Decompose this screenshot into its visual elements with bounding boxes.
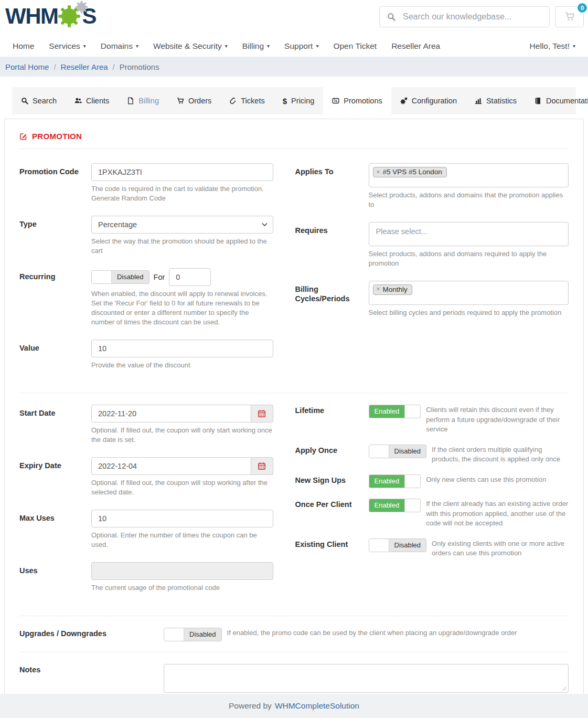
knowledgebase-search — [379, 6, 550, 27]
nav-item-home[interactable]: Home — [13, 41, 34, 51]
start-date-calendar-button[interactable] — [251, 405, 273, 423]
once-per-client-label: Once Per Client — [295, 499, 369, 528]
gears-icon — [400, 97, 408, 104]
search-icon — [21, 97, 28, 104]
existing-client-toggle[interactable]: Disabled — [369, 538, 427, 552]
toggle-knob — [369, 445, 389, 458]
lifetime-label: Lifetime — [295, 405, 369, 434]
value-help: Provide the value of the discount — [91, 361, 273, 370]
main-nav: Home Services▾ Domains▾ Website & Securi… — [0, 36, 588, 57]
chevron-down-icon: ▾ — [225, 44, 228, 49]
whmcompletesolution-link[interactable]: WHMCompleteSolution — [275, 701, 359, 711]
tab-tickets[interactable]: Tickets — [220, 87, 273, 114]
billing-cycles-multiselect[interactable]: × Monthly — [369, 281, 569, 305]
notes-textarea[interactable] — [164, 664, 569, 693]
promotion-panel: PROMOTION Promotion Code The code is req… — [4, 119, 584, 718]
promotion-code-help: The code is required in the cart to vali… — [91, 184, 273, 203]
expiry-date-row: Expiry Date Optional. If filled out, the… — [19, 457, 273, 497]
apply-once-toggle[interactable]: Disabled — [369, 445, 427, 458]
uses-label: Uses — [19, 562, 91, 593]
start-date-label: Start Date — [19, 405, 91, 445]
requires-placeholder: Please select... — [372, 225, 566, 238]
nav-item-domains[interactable]: Domains▾ — [101, 41, 138, 51]
expiry-date-calendar-button[interactable] — [251, 457, 273, 475]
once-per-client-toggle[interactable]: Enabled — [369, 499, 421, 512]
value-label: Value — [19, 340, 91, 370]
tab-billing[interactable]: Billing — [118, 87, 168, 114]
requires-help: Select products, addons and domains requ… — [369, 249, 569, 268]
remove-tag-icon[interactable]: × — [377, 169, 380, 175]
tab-search[interactable]: Search — [12, 87, 66, 114]
new-sign-ups-help: Only new clients can use this promotion — [426, 474, 569, 484]
search-input[interactable] — [402, 12, 542, 22]
upgrades-downgrades-help: If enabled, the promo code can be used b… — [227, 628, 569, 638]
cart-button[interactable]: 0 — [555, 6, 584, 27]
dollar-icon: $ — [283, 97, 287, 105]
tab-statistics[interactable]: Statistics — [466, 87, 526, 114]
lifetime-toggle[interactable]: Enabled — [369, 405, 421, 418]
breadcrumb-reseller-area[interactable]: Reseller Area — [61, 62, 108, 71]
once-per-client-row: Once Per Client Enabled If the client al… — [295, 499, 569, 528]
nav-item-open-ticket[interactable]: Open Ticket — [333, 41, 377, 51]
tab-clients[interactable]: Clients — [66, 87, 118, 114]
requires-label: Requires — [295, 222, 369, 268]
nav-item-billing[interactable]: Billing▾ — [242, 41, 270, 51]
recurring-label: Recurring — [19, 268, 91, 327]
new-sign-ups-toggle[interactable]: Enabled — [369, 474, 421, 488]
tab-orders[interactable]: Orders — [168, 87, 220, 114]
chevron-down-icon: ▾ — [573, 44, 575, 49]
cart-icon — [564, 11, 575, 22]
toggle-knob — [369, 539, 389, 552]
whmcs-logo[interactable]: WHM S — [5, 4, 96, 28]
nav-item-reseller-area[interactable]: Reseller Area — [391, 41, 440, 51]
recurring-toggle[interactable]: Disabled — [91, 270, 149, 284]
new-sign-ups-row: New Sign Ups Enabled Only new clients ca… — [295, 474, 569, 488]
powered-by-text: Powered by — [229, 701, 272, 711]
once-per-client-help: If the client already has an existing ac… — [426, 499, 569, 528]
users-icon — [74, 97, 82, 104]
footer: Powered by WHMCompleteSolution — [0, 694, 588, 718]
upgrades-downgrades-toggle[interactable]: Disabled — [164, 628, 222, 641]
header: WHM S 0 — [0, 0, 588, 36]
book-icon — [534, 97, 542, 104]
chevron-down-icon: ▾ — [267, 44, 270, 49]
tab-configuration[interactable]: Configuration — [391, 87, 466, 114]
expiry-date-input[interactable] — [91, 457, 251, 475]
promotion-code-input[interactable] — [91, 163, 273, 181]
applies-to-help: Select products, addons and domains that… — [369, 191, 569, 209]
apply-once-help: If the client orders multiple qualifying… — [432, 445, 569, 464]
tab-promotions[interactable]: Promotions — [323, 84, 391, 114]
logo-text-prefix: WHM — [5, 5, 58, 27]
applies-to-row: Applies To × #5 VPS #5 London Select pro… — [295, 163, 569, 209]
type-help: Select the way that the promotion should… — [91, 237, 273, 256]
value-input[interactable] — [91, 340, 273, 357]
applies-to-tag: × #5 VPS #5 London — [373, 167, 447, 177]
page-title: PROMOTION — [19, 132, 573, 141]
resize-handle-icon[interactable] — [562, 686, 566, 691]
start-date-input[interactable] — [91, 405, 251, 423]
start-date-help: Optional. If filled out, the coupon will… — [91, 426, 273, 445]
uses-input — [91, 562, 273, 580]
max-uses-input[interactable] — [91, 510, 273, 527]
apply-once-row: Apply Once Disabled If the client orders… — [295, 445, 569, 464]
applies-to-multiselect[interactable]: × #5 VPS #5 London — [369, 163, 569, 187]
type-select[interactable]: Percentage — [91, 216, 273, 234]
bar-chart-icon — [475, 97, 482, 104]
recur-for-input[interactable] — [169, 268, 211, 286]
billing-cycles-row: Billing Cycles/Periods × Monthly Select … — [295, 281, 569, 318]
remove-tag-icon[interactable]: × — [377, 286, 380, 292]
tab-pricing[interactable]: $ Pricing — [274, 87, 324, 114]
calendar-icon — [258, 409, 266, 418]
breadcrumb: Portal Home / Reseller Area / Promotions — [0, 57, 588, 77]
uses-help: The current usage of the promotional cod… — [91, 583, 273, 593]
nav-item-support[interactable]: Support▾ — [284, 41, 318, 51]
promotion-code-row: Promotion Code The code is required in t… — [19, 163, 273, 203]
nav-item-website-security[interactable]: Website & Security▾ — [153, 41, 228, 51]
nav-item-services[interactable]: Services▾ — [49, 41, 85, 51]
requires-multiselect[interactable]: Please select... — [369, 222, 569, 246]
user-menu[interactable]: Hello, Test!▾ — [530, 41, 575, 51]
max-uses-row: Max Uses Optional. Enter the number of t… — [19, 510, 273, 550]
breadcrumb-separator: / — [54, 62, 56, 71]
breadcrumb-portal-home[interactable]: Portal Home — [5, 62, 49, 71]
tab-documentation[interactable]: Documentation — [526, 87, 588, 114]
